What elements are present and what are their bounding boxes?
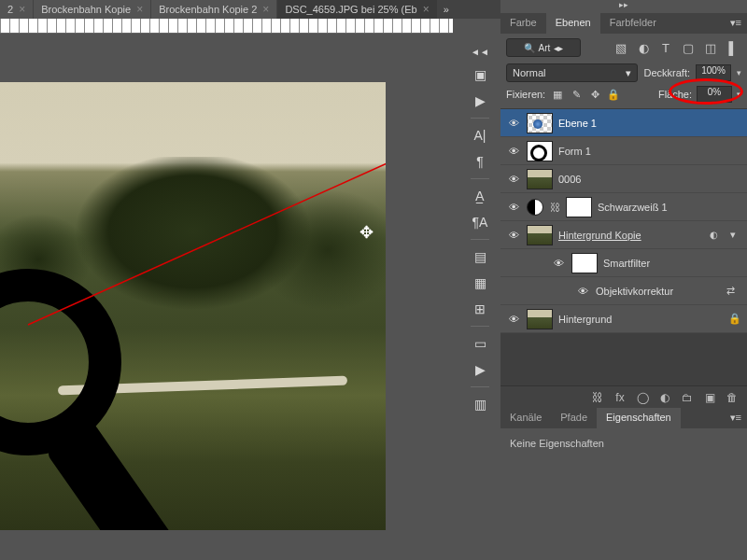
close-icon[interactable]: × <box>19 3 25 16</box>
visibility-icon[interactable]: 👁 <box>506 202 521 213</box>
visibility-icon[interactable]: 👁 <box>551 258 566 269</box>
visibility-icon[interactable]: 👁 <box>575 286 590 297</box>
blend-opacity-row: Normal▾ Deckkraft: 100% ▾ <box>500 62 747 84</box>
dropdown-icon[interactable]: ▾ <box>737 90 741 99</box>
tab-pfade[interactable]: Pfade <box>551 408 597 428</box>
dropdown-icon[interactable]: ▾ <box>737 68 741 77</box>
filter-shape-icon[interactable]: ▢ <box>680 39 697 56</box>
layer-row[interactable]: 👁 👁 Objektivkorrektur ⇄ <box>500 277 747 305</box>
tab-farbfelder[interactable]: Farbfelder <box>600 13 666 34</box>
add-mask-icon[interactable]: ◯ <box>635 390 650 405</box>
lock-all-icon[interactable]: 🔒 <box>606 87 621 102</box>
visibility-icon[interactable]: 👁 <box>506 174 521 185</box>
paragraph-panel-icon[interactable]: ¶ <box>467 150 493 173</box>
layer-row[interactable]: 👁 Form 1 <box>500 137 747 165</box>
layer-name[interactable]: 0006 <box>558 174 741 185</box>
close-icon[interactable]: × <box>136 3 143 16</box>
filter-pixel-icon[interactable]: ▧ <box>613 39 629 56</box>
filter-name[interactable]: Objektivkorrektur <box>596 286 721 297</box>
filter-type-icon[interactable]: T <box>657 39 674 56</box>
filter-options-icon[interactable]: ⇄ <box>726 285 741 297</box>
character-panel-icon[interactable]: A| <box>467 124 493 147</box>
paragraph-styles-icon[interactable]: ¶A <box>467 211 493 233</box>
layers-empty-area[interactable] <box>500 333 747 385</box>
info-panel-icon[interactable]: ▥ <box>467 393 493 415</box>
panel-menu-icon[interactable]: ▾≡ <box>725 13 747 34</box>
navigator-panel-icon[interactable]: ▭ <box>467 332 493 355</box>
layer-name[interactable]: Schwarzweiß 1 <box>598 202 741 213</box>
brush-presets-icon[interactable]: ▦ <box>467 272 493 294</box>
layer-name[interactable]: Hintergrund Kopie <box>558 230 704 241</box>
tab-eigenschaften[interactable]: Eigenschaften <box>597 408 681 428</box>
collapsed-panel-dock: ◄◄ ▣ ▶ A| ¶ A̲ ¶A ▤ ▦ ⊞ ▭ ▶ ▥ <box>462 34 498 415</box>
layer-row[interactable]: 👁 Hintergrund 🔒 <box>500 305 747 333</box>
layer-row[interactable]: 👁 👁 Smartfilter <box>500 249 747 277</box>
fx-icon[interactable]: fx <box>613 390 627 405</box>
lock-pixels-icon[interactable]: ✎ <box>569 87 584 102</box>
play-icon[interactable]: ▶ <box>467 358 493 381</box>
blend-mode-select[interactable]: Normal▾ <box>506 63 638 82</box>
layer-name[interactable]: Hintergrund <box>558 314 723 325</box>
layer-thumbnail[interactable] <box>527 225 553 245</box>
layer-thumbnail[interactable] <box>527 169 553 189</box>
filter-toggle-icon[interactable]: ▌ <box>725 39 741 56</box>
delete-layer-icon[interactable]: 🗑 <box>725 390 740 405</box>
layer-name[interactable]: Form 1 <box>558 146 741 157</box>
layer-name[interactable]: Ebene 1 <box>558 118 741 129</box>
collapse-toggle-icon[interactable]: ◄◄ <box>467 43 493 60</box>
doc-tab[interactable]: Brockenbahn Kopie× <box>34 0 150 19</box>
new-adjustment-icon[interactable]: ◐ <box>657 390 672 405</box>
layer-row[interactable]: 👁 ⛓ Schwarzweiß 1 <box>500 193 747 221</box>
visibility-icon[interactable]: 👁 <box>506 118 521 129</box>
tab-ebenen[interactable]: Ebenen <box>546 13 600 34</box>
filter-mask-thumbnail[interactable] <box>571 253 598 273</box>
tab-kanaele[interactable]: Kanäle <box>500 408 551 428</box>
doc-tab-active[interactable]: DSC_4659.JPG bei 25% (Eb× <box>277 0 436 19</box>
visibility-icon[interactable]: 👁 <box>506 314 521 325</box>
lock-transparency-icon[interactable]: ▦ <box>550 87 565 102</box>
collapse-toggle-icon[interactable]: ▸▸ <box>500 0 747 13</box>
layer-thumbnail[interactable] <box>527 113 553 133</box>
new-group-icon[interactable]: 🗀 <box>680 390 695 405</box>
layer-thumbnail[interactable] <box>527 141 553 161</box>
lock-icon[interactable]: 🔒 <box>728 313 741 325</box>
magnifier-handle-shape <box>45 419 198 530</box>
history-panel-icon[interactable]: ▣ <box>467 63 493 86</box>
filter-adjust-icon[interactable]: ◐ <box>635 39 652 56</box>
layers-list: 👁 Ebene 1 👁 Form 1 👁 0006 👁 ⛓ Schwarzwei… <box>500 108 747 333</box>
panel-tab-group: Farbe Ebenen Farbfelder ▾≡ <box>500 13 747 34</box>
right-panel-dock: ▸▸ Farbe Ebenen Farbfelder ▾≡ 🔍 Art ◂▸ ▧… <box>500 0 747 560</box>
clone-source-icon[interactable]: ⊞ <box>467 298 493 320</box>
visibility-icon[interactable]: 👁 <box>506 146 521 157</box>
layer-row[interactable]: 👁 Hintergrund Kopie ◐ ▾ <box>500 221 747 249</box>
layer-row[interactable]: 👁 Ebene 1 <box>500 109 747 137</box>
close-icon[interactable]: × <box>262 3 269 16</box>
lock-position-icon[interactable]: ✥ <box>587 87 602 102</box>
visibility-icon[interactable]: 👁 <box>506 230 521 241</box>
doc-tab[interactable]: Brockenbahn Kopie 2× <box>151 0 276 19</box>
brushes-panel-icon[interactable]: ▤ <box>467 245 493 268</box>
tab-overflow-button[interactable]: » <box>438 4 455 15</box>
close-icon[interactable]: × <box>423 3 430 16</box>
filter-type-select[interactable]: 🔍 Art ◂▸ <box>506 38 581 57</box>
link-layers-icon[interactable]: ⛓ <box>590 390 605 405</box>
tab-farbe[interactable]: Farbe <box>500 13 546 34</box>
link-icon[interactable]: ⛓ <box>549 202 560 213</box>
properties-panel: Keine Eigenschaften <box>500 428 747 458</box>
actions-panel-icon[interactable]: ▶ <box>467 90 493 112</box>
smart-object-icon: ◐ <box>710 230 725 240</box>
expand-icon[interactable]: ▾ <box>730 229 741 241</box>
layer-thumbnail[interactable] <box>527 309 553 329</box>
panel-menu-icon[interactable]: ▾≡ <box>725 408 747 428</box>
opacity-input[interactable]: 100% <box>696 64 731 81</box>
doc-tab[interactable]: 2× <box>0 0 33 19</box>
layer-mask-thumbnail[interactable] <box>566 197 592 217</box>
layer-row[interactable]: 👁 0006 <box>500 165 747 193</box>
filter-smart-icon[interactable]: ◫ <box>702 39 719 56</box>
new-layer-icon[interactable]: ▣ <box>702 390 717 405</box>
layers-footer: ⛓ fx ◯ ◐ 🗀 ▣ 🗑 <box>500 385 747 408</box>
layer-name: Smartfilter <box>603 258 741 269</box>
document-canvas[interactable]: ✥ <box>0 82 386 530</box>
character-styles-icon[interactable]: A̲ <box>467 185 493 207</box>
fill-input[interactable]: 0% <box>697 86 732 103</box>
